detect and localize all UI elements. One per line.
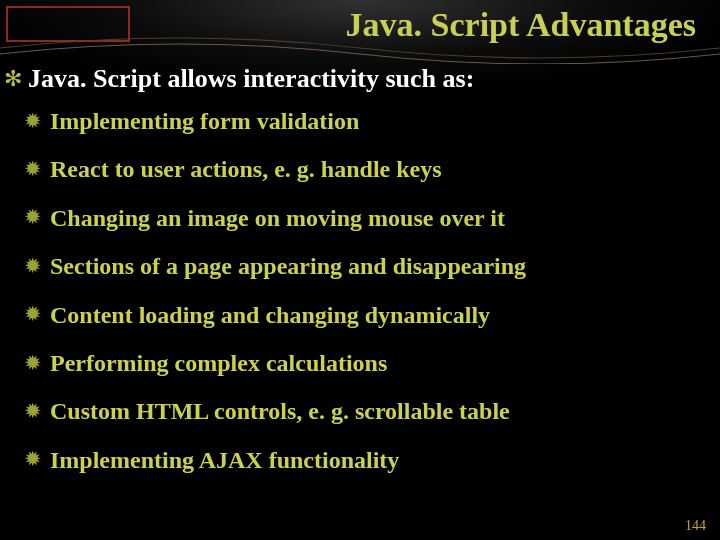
list-item: ✹ Performing complex calculations [24,350,712,376]
list-item-text: Performing complex calculations [50,350,387,376]
page-number: 144 [685,518,706,534]
list-item-text: Implementing AJAX functionality [50,447,399,473]
burst-icon: ✹ [24,111,42,132]
slide-title: Java. Script Advantages [0,0,720,43]
bullet-list: ✹ Implementing form validation ✹ React t… [4,108,712,473]
list-item-text: Custom HTML controls, e. g. scrollable t… [50,398,510,424]
burst-icon: ✹ [24,304,42,325]
asterisk-icon: ✻ [4,68,22,90]
lead-row: ✻ Java. Script allows interactivity such… [4,64,712,94]
list-item: ✹ Implementing form validation [24,108,712,134]
burst-icon: ✹ [24,353,42,374]
list-item-text: React to user actions, e. g. handle keys [50,156,442,182]
slide: Java. Script Advantages ✻ Java. Script a… [0,0,720,540]
list-item-text: Sections of a page appearing and disappe… [50,253,526,279]
list-item: ✹ Sections of a page appearing and disap… [24,253,712,279]
lead-text: Java. Script allows interactivity such a… [28,64,474,94]
burst-icon: ✹ [24,449,42,470]
slide-content: ✻ Java. Script allows interactivity such… [4,64,712,495]
list-item: ✹ Custom HTML controls, e. g. scrollable… [24,398,712,424]
list-item-text: Changing an image on moving mouse over i… [50,205,505,231]
burst-icon: ✹ [24,401,42,422]
list-item-text: Content loading and changing dynamically [50,302,490,328]
list-item: ✹ Content loading and changing dynamical… [24,302,712,328]
burst-icon: ✹ [24,159,42,180]
list-item: ✹ React to user actions, e. g. handle ke… [24,156,712,182]
burst-icon: ✹ [24,256,42,277]
burst-icon: ✹ [24,207,42,228]
list-item-text: Implementing form validation [50,108,359,134]
list-item: ✹ Implementing AJAX functionality [24,447,712,473]
list-item: ✹ Changing an image on moving mouse over… [24,205,712,231]
